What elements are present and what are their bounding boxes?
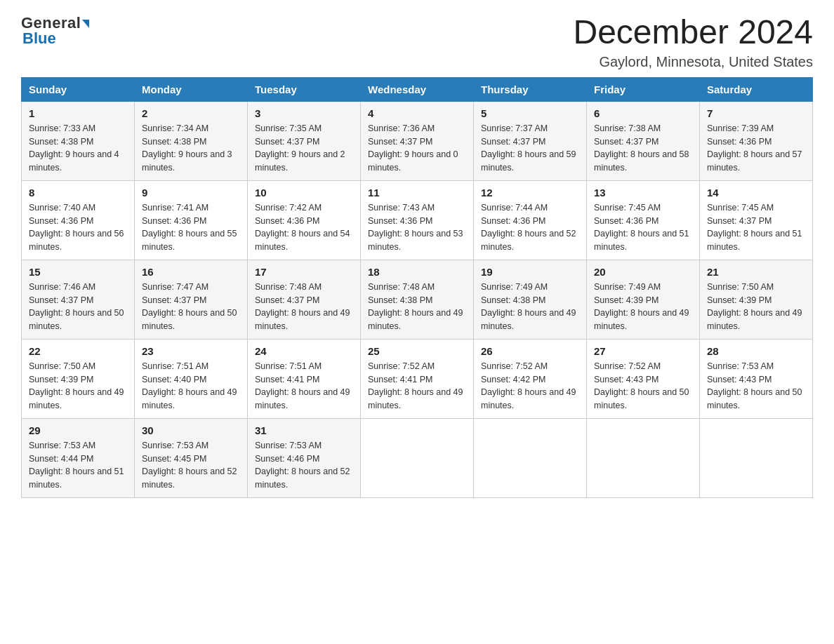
col-saturday: Saturday: [700, 77, 813, 101]
day-info: Sunrise: 7:38 AMSunset: 4:37 PMDaylight:…: [594, 122, 692, 175]
calendar-cell: 28Sunrise: 7:53 AMSunset: 4:43 PMDayligh…: [700, 339, 813, 418]
day-number: 8: [29, 187, 127, 199]
day-number: 14: [707, 187, 805, 199]
day-info: Sunrise: 7:47 AMSunset: 4:37 PMDaylight:…: [142, 281, 240, 333]
day-info: Sunrise: 7:45 AMSunset: 4:37 PMDaylight:…: [707, 201, 805, 254]
day-info: Sunrise: 7:52 AMSunset: 4:43 PMDaylight:…: [594, 360, 692, 412]
calendar-cell: 27Sunrise: 7:52 AMSunset: 4:43 PMDayligh…: [587, 339, 700, 418]
calendar-cell: [361, 418, 474, 497]
calendar-cell: 8Sunrise: 7:40 AMSunset: 4:36 PMDaylight…: [22, 180, 135, 260]
day-number: 22: [29, 345, 127, 357]
calendar-cell: 20Sunrise: 7:49 AMSunset: 4:39 PMDayligh…: [587, 260, 700, 339]
day-number: 30: [142, 424, 240, 436]
day-info: Sunrise: 7:42 AMSunset: 4:36 PMDaylight:…: [255, 201, 353, 254]
calendar-cell: 17Sunrise: 7:48 AMSunset: 4:37 PMDayligh…: [248, 260, 361, 339]
col-friday: Friday: [587, 77, 700, 101]
day-number: 11: [368, 187, 466, 199]
day-info: Sunrise: 7:53 AMSunset: 4:46 PMDaylight:…: [255, 439, 353, 492]
calendar-cell: 1Sunrise: 7:33 AMSunset: 4:38 PMDaylight…: [22, 101, 135, 180]
day-info: Sunrise: 7:39 AMSunset: 4:36 PMDaylight:…: [707, 122, 805, 175]
day-number: 31: [255, 424, 353, 436]
day-info: Sunrise: 7:43 AMSunset: 4:36 PMDaylight:…: [368, 201, 466, 254]
calendar-cell: 3Sunrise: 7:35 AMSunset: 4:37 PMDaylight…: [248, 101, 361, 180]
day-number: 20: [594, 266, 692, 278]
day-number: 26: [481, 345, 579, 357]
day-number: 4: [368, 107, 466, 119]
calendar-week-row: 22Sunrise: 7:50 AMSunset: 4:39 PMDayligh…: [22, 339, 813, 418]
calendar-cell: 12Sunrise: 7:44 AMSunset: 4:36 PMDayligh…: [474, 180, 587, 260]
col-monday: Monday: [135, 77, 248, 101]
calendar-cell: 5Sunrise: 7:37 AMSunset: 4:37 PMDaylight…: [474, 101, 587, 180]
day-info: Sunrise: 7:46 AMSunset: 4:37 PMDaylight:…: [29, 281, 127, 333]
calendar-cell: 14Sunrise: 7:45 AMSunset: 4:37 PMDayligh…: [700, 180, 813, 260]
calendar-cell: 15Sunrise: 7:46 AMSunset: 4:37 PMDayligh…: [22, 260, 135, 339]
calendar-cell: 21Sunrise: 7:50 AMSunset: 4:39 PMDayligh…: [700, 260, 813, 339]
calendar-cell: 23Sunrise: 7:51 AMSunset: 4:40 PMDayligh…: [135, 339, 248, 418]
day-info: Sunrise: 7:35 AMSunset: 4:37 PMDaylight:…: [255, 122, 353, 175]
day-number: 21: [707, 266, 805, 278]
day-info: Sunrise: 7:33 AMSunset: 4:38 PMDaylight:…: [29, 122, 127, 175]
calendar-cell: [587, 418, 700, 497]
day-info: Sunrise: 7:51 AMSunset: 4:41 PMDaylight:…: [255, 360, 353, 412]
day-number: 13: [594, 187, 692, 199]
day-info: Sunrise: 7:34 AMSunset: 4:38 PMDaylight:…: [142, 122, 240, 175]
calendar-cell: 29Sunrise: 7:53 AMSunset: 4:44 PMDayligh…: [22, 418, 135, 497]
column-header-row: Sunday Monday Tuesday Wednesday Thursday…: [22, 77, 813, 101]
day-number: 19: [481, 266, 579, 278]
calendar-cell: 26Sunrise: 7:52 AMSunset: 4:42 PMDayligh…: [474, 339, 587, 418]
day-info: Sunrise: 7:40 AMSunset: 4:36 PMDaylight:…: [29, 201, 127, 254]
calendar-table: Sunday Monday Tuesday Wednesday Thursday…: [21, 77, 813, 498]
day-info: Sunrise: 7:51 AMSunset: 4:40 PMDaylight:…: [142, 360, 240, 412]
calendar-cell: [700, 418, 813, 497]
calendar-cell: 13Sunrise: 7:45 AMSunset: 4:36 PMDayligh…: [587, 180, 700, 260]
day-info: Sunrise: 7:49 AMSunset: 4:38 PMDaylight:…: [481, 281, 579, 333]
logo-arrow-icon: [82, 20, 89, 28]
calendar-cell: 7Sunrise: 7:39 AMSunset: 4:36 PMDaylight…: [700, 101, 813, 180]
day-number: 5: [481, 107, 579, 119]
day-number: 24: [255, 345, 353, 357]
day-info: Sunrise: 7:50 AMSunset: 4:39 PMDaylight:…: [707, 281, 805, 333]
day-number: 10: [255, 187, 353, 199]
day-number: 15: [29, 266, 127, 278]
day-info: Sunrise: 7:36 AMSunset: 4:37 PMDaylight:…: [368, 122, 466, 175]
col-tuesday: Tuesday: [248, 77, 361, 101]
day-number: 18: [368, 266, 466, 278]
day-number: 1: [29, 107, 127, 119]
day-info: Sunrise: 7:52 AMSunset: 4:41 PMDaylight:…: [368, 360, 466, 412]
calendar-cell: 16Sunrise: 7:47 AMSunset: 4:37 PMDayligh…: [135, 260, 248, 339]
calendar-cell: 31Sunrise: 7:53 AMSunset: 4:46 PMDayligh…: [248, 418, 361, 497]
calendar-cell: 11Sunrise: 7:43 AMSunset: 4:36 PMDayligh…: [361, 180, 474, 260]
day-info: Sunrise: 7:48 AMSunset: 4:37 PMDaylight:…: [255, 281, 353, 333]
day-info: Sunrise: 7:44 AMSunset: 4:36 PMDaylight:…: [481, 201, 579, 254]
calendar-cell: 19Sunrise: 7:49 AMSunset: 4:38 PMDayligh…: [474, 260, 587, 339]
calendar-subtitle: Gaylord, Minnesota, United States: [573, 54, 813, 70]
calendar-cell: 18Sunrise: 7:48 AMSunset: 4:38 PMDayligh…: [361, 260, 474, 339]
day-info: Sunrise: 7:41 AMSunset: 4:36 PMDaylight:…: [142, 201, 240, 254]
calendar-week-row: 1Sunrise: 7:33 AMSunset: 4:38 PMDaylight…: [22, 101, 813, 180]
day-info: Sunrise: 7:48 AMSunset: 4:38 PMDaylight:…: [368, 281, 466, 333]
calendar-title: December 2024: [573, 14, 813, 51]
day-number: 23: [142, 345, 240, 357]
day-number: 17: [255, 266, 353, 278]
day-number: 12: [481, 187, 579, 199]
day-number: 9: [142, 187, 240, 199]
day-info: Sunrise: 7:53 AMSunset: 4:44 PMDaylight:…: [29, 439, 127, 492]
day-info: Sunrise: 7:52 AMSunset: 4:42 PMDaylight:…: [481, 360, 579, 412]
day-info: Sunrise: 7:53 AMSunset: 4:43 PMDaylight:…: [707, 360, 805, 412]
calendar-cell: 22Sunrise: 7:50 AMSunset: 4:39 PMDayligh…: [22, 339, 135, 418]
calendar-week-row: 29Sunrise: 7:53 AMSunset: 4:44 PMDayligh…: [22, 418, 813, 497]
logo-blue: Blue: [21, 29, 56, 48]
day-info: Sunrise: 7:37 AMSunset: 4:37 PMDaylight:…: [481, 122, 579, 175]
calendar-cell: 6Sunrise: 7:38 AMSunset: 4:37 PMDaylight…: [587, 101, 700, 180]
day-number: 28: [707, 345, 805, 357]
day-number: 29: [29, 424, 127, 436]
calendar-cell: 30Sunrise: 7:53 AMSunset: 4:45 PMDayligh…: [135, 418, 248, 497]
calendar-week-row: 8Sunrise: 7:40 AMSunset: 4:36 PMDaylight…: [22, 180, 813, 260]
calendar-cell: 4Sunrise: 7:36 AMSunset: 4:37 PMDaylight…: [361, 101, 474, 180]
col-thursday: Thursday: [474, 77, 587, 101]
day-number: 7: [707, 107, 805, 119]
day-info: Sunrise: 7:50 AMSunset: 4:39 PMDaylight:…: [29, 360, 127, 412]
title-area: December 2024 Gaylord, Minnesota, United…: [573, 14, 813, 70]
page-header: General Blue December 2024 Gaylord, Minn…: [21, 14, 813, 70]
day-number: 16: [142, 266, 240, 278]
